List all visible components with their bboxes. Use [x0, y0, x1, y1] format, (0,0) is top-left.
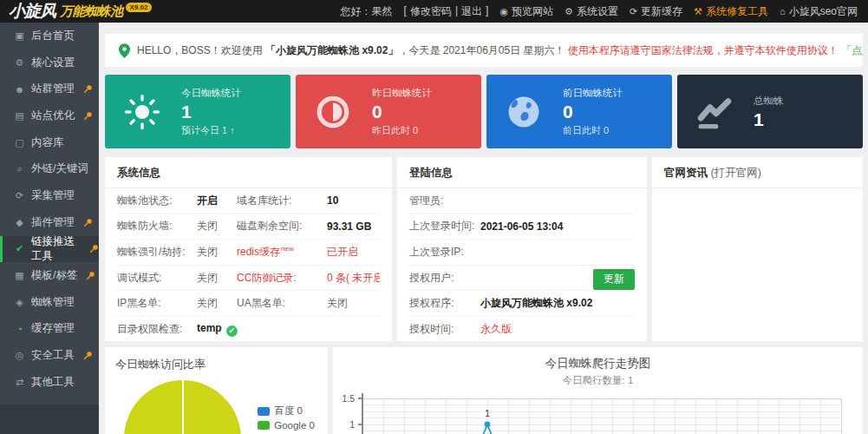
menu-label: 小旋风seo官网	[789, 4, 858, 19]
legend-label: Google 0	[274, 420, 315, 431]
legend-item[interactable]: Google 0	[258, 420, 319, 431]
stat-card-yesterday: 昨日蜘蛛统计 0 昨日此时 0	[296, 75, 481, 148]
main-content: HELLO，BOSS！欢迎使用 「小旋风万能蜘蛛池 x9.02」，今天是 202…	[99, 23, 868, 434]
sidebar-item-site-optimize[interactable]: ▤ 站点优化	[0, 102, 99, 129]
sidebar-item-content-library[interactable]: ▢ 内容库	[0, 129, 99, 156]
menu-label: 更新缓存	[641, 4, 682, 19]
stat-label: 今日蜘蛛统计	[181, 87, 241, 100]
menu-item-preview-site[interactable]: ◉ 预览网站	[499, 4, 553, 19]
menu-item-system-settings[interactable]: ⚙ 系统设置	[565, 4, 618, 19]
sys-label: IP黑名单:	[117, 296, 197, 311]
sidebar-item-dashboard[interactable]: ▣ 后台首页	[0, 23, 99, 49]
login-label: 授权时间:	[409, 322, 480, 337]
trend-line-icon	[696, 94, 733, 130]
arrow-up-icon: ↑	[230, 125, 235, 135]
sidebar-item-spiders[interactable]: ◈ 蜘蛛管理	[0, 289, 99, 316]
login-value: 小旋风万能蜘蛛池 x9.02	[480, 296, 635, 311]
table-row: 授权时间: 永久版	[409, 317, 635, 341]
line-chart-subtitle: 今日爬行数量: 1	[333, 374, 863, 387]
login-label: 授权程序:	[409, 296, 480, 311]
sys-value: 关闭	[327, 296, 380, 311]
sys-label: 调试模式:	[117, 271, 197, 286]
login-value: 2021-06-05 13:04	[480, 220, 635, 233]
table-row: 上次登录时间: 2021-06-05 13:04	[409, 214, 635, 240]
line-chart-title: 今日蜘蛛爬行走势图	[333, 356, 863, 372]
settings-icon: ⚙	[14, 57, 25, 69]
sidebar-item-security[interactable]: ◎ 安全工具	[0, 342, 99, 369]
login-label: 上次登录时间:	[409, 219, 480, 233]
greeting-label: 您好：	[341, 5, 372, 17]
spider-icon: ◈	[14, 297, 25, 308]
collect-icon: ⟳	[14, 190, 25, 201]
sidebar: ▣ 后台首页 ⚙ 核心设置 ☻ 站群管理 ▤ 站点优化 ▢ 内容库 ⌕ 外链/关…	[0, 23, 99, 434]
product-name: 「小旋风万能蜘蛛池 x9.02」	[265, 44, 398, 56]
sidebar-item-keywords[interactable]: ⌕ 外链/关键词	[0, 155, 99, 182]
system-info-panel: 系统信息 蜘蛛池状态: 开启 域名库统计: 10 蜘蛛防火墙: 关闭 磁盘剩余空…	[105, 157, 392, 341]
sys-label: redis缓存	[237, 246, 280, 258]
sidebar-item-label: 站群管理	[31, 82, 75, 96]
login-info-panel: 登陆信息 管理员: 上次登录时间: 2021-06-05 13:04 上次登录I…	[397, 157, 647, 341]
sidebar-item-other-tools[interactable]: ⇄ 其他工具	[0, 369, 99, 396]
news-panel: 官网资讯 (打开官网)	[652, 157, 863, 341]
sidebar-item-label: 插件管理	[31, 215, 75, 230]
sidebar-item-core-settings[interactable]: ⚙ 核心设置	[0, 49, 99, 76]
other-tools-icon: ⇄	[14, 377, 25, 388]
greeting-text: 您好：果然	[341, 4, 393, 19]
table-row: 蜘蛛强引/劫持: 关闭 redis缓存new 已开启	[117, 240, 380, 266]
menu-item-update-cache[interactable]: ⟳ 更新缓存	[630, 4, 682, 19]
stat-label: 总蜘蛛	[754, 95, 784, 108]
pie-slice-divider	[182, 380, 184, 434]
sidebar-item-link-push[interactable]: ✔ 链接推送工具	[0, 236, 99, 263]
sys-value: 已开启	[327, 245, 380, 260]
stat-value: 1	[181, 102, 241, 122]
eye-icon: ◉	[499, 6, 508, 17]
logout-link[interactable]: 退出	[461, 4, 482, 19]
open-official-site-link[interactable]: (打开官网)	[710, 167, 760, 179]
table-row: 蜘蛛池状态: 开启 域名库统计: 10	[117, 188, 380, 214]
sidebar-item-cache[interactable]: ◔ 缓存管理	[0, 316, 99, 343]
sidebar-item-collect[interactable]: ⟳ 采集管理	[0, 182, 99, 209]
sidebar-footer	[0, 404, 99, 434]
sidebar-item-templates[interactable]: ▦ 模板/标签	[0, 262, 99, 289]
sys-label: 磁盘剩余空间:	[237, 219, 327, 233]
legal-warning: 使用本程序请遵守国家法律法规，并遵守本软件使用协议！	[568, 44, 839, 56]
contrast-icon	[315, 94, 351, 130]
sidebar-item-label: 安全工具	[31, 348, 75, 363]
table-row: 蜘蛛防火墙: 关闭 磁盘剩余空间: 93.31 GB	[117, 214, 380, 240]
svg-text:1: 1	[349, 419, 355, 430]
menu-label: 预览网站	[512, 4, 553, 19]
separator: |	[455, 4, 458, 19]
login-value: 永久版	[480, 322, 635, 337]
sidebar-item-site-group[interactable]: ☻ 站群管理	[0, 76, 99, 102]
location-pin-icon	[119, 43, 130, 58]
stat-sub: 昨日此时 0	[372, 124, 432, 137]
change-password-link[interactable]: 修改密码	[410, 4, 452, 19]
gear-icon: ⚙	[565, 6, 573, 17]
panel-title: 登陆信息	[397, 157, 647, 188]
redis-cache-link[interactable]: redis缓存new	[237, 245, 327, 260]
info-panels-row: 系统信息 蜘蛛池状态: 开启 域名库统计: 10 蜘蛛防火墙: 关闭 磁盘剩余空…	[105, 157, 863, 341]
sidebar-item-plugins[interactable]: ◆ 插件管理	[0, 209, 99, 236]
cache-icon: ◔	[14, 324, 25, 334]
login-label: 授权用户:	[409, 271, 480, 286]
sys-label: 蜘蛛防火墙:	[117, 219, 197, 233]
keywords-icon: ⌕	[14, 163, 25, 174]
stat-cards: 今日蜘蛛统计 1 预计今日 1 ↑ 昨日蜘蛛统计 0 昨日此时 0 前日蜘蛛统计…	[105, 75, 863, 148]
wrench-icon: ⚒	[694, 6, 702, 17]
spider-trend-panel: 今日蜘蛛爬行走势图 今日爬行数量: 1 1.511	[333, 347, 863, 434]
svg-text:1: 1	[485, 408, 490, 418]
plugin-icon: ◆	[14, 217, 25, 228]
agreement-link[interactable]: 「点此查看协议」	[841, 44, 863, 56]
cc-defense-link[interactable]: CC防御记录:	[237, 271, 327, 286]
legend-label: 百度 0	[274, 404, 303, 418]
refresh-icon: ⟳	[630, 6, 637, 17]
login-label: 上次登录IP:	[409, 245, 480, 260]
menu-item-official-site[interactable]: ⌂ 小旋风seo官网	[780, 4, 858, 19]
sidebar-item-label: 缓存管理	[31, 321, 75, 336]
sidebar-item-label: 其他工具	[31, 375, 75, 390]
legend-item[interactable]: 百度 0	[258, 404, 319, 418]
stat-value: 0	[563, 102, 623, 122]
home-icon: ⌂	[780, 6, 786, 16]
menu-item-repair-tool[interactable]: ⚒ 系统修复工具	[694, 4, 768, 19]
update-auth-button[interactable]: 更新	[593, 269, 635, 290]
